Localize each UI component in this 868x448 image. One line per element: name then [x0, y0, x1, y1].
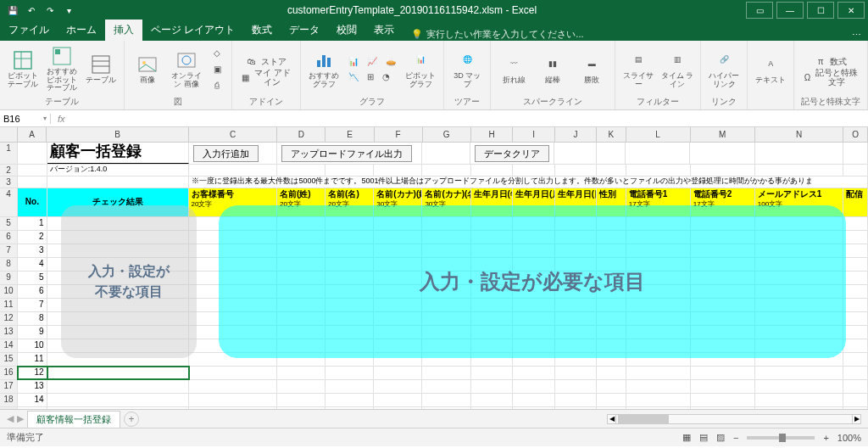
cell[interactable]: [422, 367, 470, 379]
qat-dropdown-icon[interactable]: ▾: [63, 4, 75, 16]
cell[interactable]: [626, 367, 691, 379]
save-icon[interactable]: 💾: [7, 4, 19, 16]
cell[interactable]: [277, 165, 326, 176]
cell[interactable]: 5: [18, 272, 47, 284]
cell[interactable]: [189, 165, 277, 176]
tab-view[interactable]: 表示: [365, 20, 403, 41]
slicer-button[interactable]: ▤スライサー: [620, 46, 656, 93]
share-button[interactable]: ⋯: [852, 30, 861, 41]
column-header[interactable]: E: [326, 127, 374, 142]
cell[interactable]: [513, 407, 555, 409]
cell[interactable]: [47, 380, 189, 393]
cell[interactable]: [555, 367, 598, 379]
picture-button[interactable]: 画像: [130, 46, 165, 93]
cell[interactable]: [597, 367, 626, 379]
cell[interactable]: [755, 394, 843, 406]
cell[interactable]: [843, 326, 868, 339]
cell[interactable]: バージョン:1.4.0: [47, 165, 189, 176]
cell[interactable]: [513, 380, 555, 393]
cell[interactable]: [326, 165, 374, 176]
cell[interactable]: [691, 394, 755, 406]
cell[interactable]: 3: [18, 244, 47, 257]
cell[interactable]: [626, 143, 690, 164]
cell[interactable]: [555, 394, 598, 406]
cell[interactable]: [189, 394, 277, 406]
cell[interactable]: 1: [0, 143, 18, 164]
cell[interactable]: [755, 367, 843, 379]
cell[interactable]: 配信: [843, 188, 868, 216]
cell[interactable]: 11: [0, 299, 18, 311]
cell[interactable]: 9: [18, 326, 47, 339]
cell[interactable]: [691, 367, 755, 379]
view-pagelayout-icon[interactable]: ▤: [699, 432, 708, 443]
cell[interactable]: [843, 165, 868, 176]
cell[interactable]: 4: [18, 258, 47, 271]
cell[interactable]: [374, 394, 422, 406]
cell[interactable]: 6: [0, 231, 18, 244]
cell[interactable]: [755, 380, 843, 393]
cell[interactable]: [471, 394, 514, 406]
cell[interactable]: [626, 407, 691, 409]
cell[interactable]: [277, 407, 326, 409]
cell[interactable]: 19: [0, 407, 18, 409]
cell[interactable]: [326, 367, 374, 379]
cell[interactable]: [471, 380, 514, 393]
cell[interactable]: [277, 394, 326, 406]
cell[interactable]: [626, 380, 691, 393]
cell[interactable]: [843, 380, 868, 393]
cell[interactable]: アップロードファイル出力: [277, 143, 422, 164]
sheet-tab[interactable]: 顧客情報一括登録: [27, 411, 120, 428]
column-header[interactable]: [0, 127, 18, 142]
cell[interactable]: 13: [0, 326, 18, 339]
add-row-button[interactable]: 入力行追加: [193, 145, 259, 162]
tab-data[interactable]: データ: [281, 20, 328, 41]
zoom-level[interactable]: 100%: [837, 433, 861, 443]
hyperlink-button[interactable]: 🔗ハイパーリンク: [706, 46, 742, 93]
cell[interactable]: [422, 407, 470, 409]
cell[interactable]: [755, 165, 843, 176]
cell[interactable]: [189, 380, 277, 393]
cell[interactable]: [555, 165, 598, 176]
column-header[interactable]: M: [691, 127, 755, 142]
table-button[interactable]: テーブル: [83, 46, 119, 93]
column-header[interactable]: C: [189, 127, 278, 142]
cell[interactable]: [189, 407, 277, 409]
cell[interactable]: [422, 165, 470, 176]
cell[interactable]: 17: [0, 380, 18, 393]
cell[interactable]: [597, 407, 626, 409]
tab-insert[interactable]: 挿入: [105, 20, 142, 41]
column-header[interactable]: A: [18, 127, 47, 142]
cell[interactable]: [422, 394, 470, 406]
chart-type-icon[interactable]: 📉: [345, 70, 362, 85]
cell[interactable]: [843, 339, 868, 352]
column-header[interactable]: N: [755, 127, 844, 142]
cell[interactable]: 6: [18, 285, 47, 298]
screenshot-button[interactable]: ⎙: [208, 78, 226, 93]
cell[interactable]: [374, 407, 422, 409]
cell[interactable]: [755, 407, 843, 409]
tab-review[interactable]: 校閲: [328, 20, 365, 41]
cell[interactable]: [843, 394, 868, 406]
cell[interactable]: [189, 367, 277, 379]
tab-home[interactable]: ホーム: [58, 20, 105, 41]
pivottable-button[interactable]: ピボット テーブル: [5, 46, 41, 93]
chart-type-icon[interactable]: ⊞: [364, 70, 377, 85]
chart-type-icon[interactable]: 🥧: [382, 54, 399, 70]
cell[interactable]: 1: [18, 217, 47, 230]
cell[interactable]: [326, 394, 374, 406]
cell[interactable]: [843, 217, 868, 230]
cell[interactable]: [843, 299, 868, 311]
tab-pagelayout[interactable]: ページ レイアウト: [142, 20, 243, 41]
cell[interactable]: [626, 394, 691, 406]
cell[interactable]: [597, 380, 626, 393]
cell[interactable]: [690, 143, 754, 164]
cell[interactable]: [47, 367, 189, 379]
cell[interactable]: [326, 380, 374, 393]
cell[interactable]: [47, 394, 189, 406]
cell[interactable]: 14: [18, 394, 47, 406]
ribbon-options-icon[interactable]: ▭: [746, 2, 773, 19]
cell[interactable]: 顧客一括登録: [47, 143, 189, 164]
view-pagebreak-icon[interactable]: ▨: [716, 432, 725, 443]
export-button[interactable]: アップロードファイル出力: [281, 145, 412, 162]
cell[interactable]: [513, 165, 555, 176]
